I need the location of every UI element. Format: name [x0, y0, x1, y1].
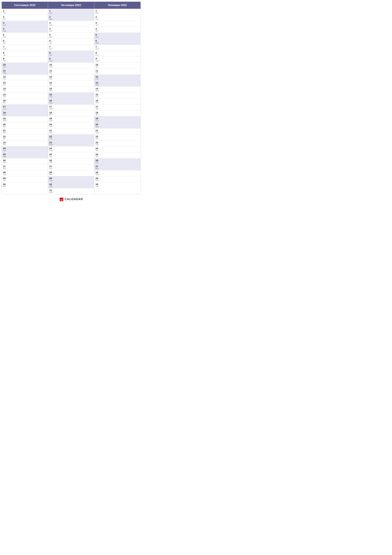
day-name: ЧЕТ [95, 24, 139, 26]
day-name: НЕД [95, 42, 139, 44]
day-name: ЧЕТ [49, 126, 93, 128]
day-name: СРЕ [95, 60, 139, 62]
day-row: 28СРЕ [2, 170, 48, 176]
day-row: 22ВТО [94, 134, 141, 140]
day-row: 29ЧЕТ [2, 176, 48, 182]
day-number: 23 [3, 141, 47, 144]
day-row: 18ВТО [48, 110, 94, 117]
day-row: 9НЕД [48, 57, 94, 63]
day-name: САБ [3, 108, 47, 110]
day-row: 30ПЕТ [2, 182, 48, 188]
day-name: ПЕТ [3, 186, 47, 188]
footer-logo: 7 CALENDAR [59, 197, 83, 202]
day-row: 2ПЕТ [2, 15, 48, 21]
day-number: 28 [3, 171, 47, 174]
day-name: НЕД [49, 18, 93, 20]
day-number: 3 [95, 22, 139, 24]
day-name: САБ [95, 36, 139, 38]
day-number: 19 [3, 117, 47, 120]
day-row: 29САБ [48, 176, 94, 182]
day-row: 28ПЕТ [48, 170, 94, 176]
day-row: 18НЕД [2, 110, 48, 117]
day-row: 11ПЕТ [94, 69, 141, 75]
day-name: ВТО [95, 138, 139, 140]
day-number: 27 [3, 165, 47, 168]
day-name: СРЕ [95, 102, 139, 104]
day-name: ПОН [3, 120, 47, 122]
day-number: 7 [49, 45, 93, 48]
svg-rect-3 [62, 197, 63, 198]
day-row: 18ПЕТ [94, 110, 141, 117]
day-row: 8САБ [48, 51, 94, 57]
day-row: 23НЕД [48, 140, 94, 146]
svg-rect-1 [60, 198, 63, 199]
day-row: 20ВТО [2, 123, 48, 128]
day-number: 19 [49, 117, 93, 120]
day-name: ПЕТ [49, 90, 93, 92]
day-row: 21СРЕ [2, 128, 48, 134]
day-row: 27ВТО [2, 164, 48, 170]
day-row: 4НЕД [2, 27, 48, 33]
day-row: 17ПОН [48, 105, 94, 110]
day-row: 30НЕД [48, 182, 94, 188]
day-number: 17 [95, 105, 139, 108]
day-number: 29 [95, 177, 139, 180]
day-row: 26СРЕ [48, 158, 94, 164]
day-number: 1 [49, 9, 93, 12]
day-row: 26САБ [94, 158, 141, 164]
day-row: 8ВТО [94, 51, 141, 57]
day-number: 16 [3, 99, 47, 102]
day-number: 13 [95, 81, 139, 84]
day-row: 21ПЕТ [48, 128, 94, 134]
day-name: САБ [3, 24, 47, 26]
day-name: НЕД [95, 84, 139, 86]
day-row: 22ЧЕТ [2, 134, 48, 140]
day-name: ВТО [95, 54, 139, 56]
day-row: 19ПОН [2, 117, 48, 123]
day-row: 13ЧЕТ [48, 81, 94, 87]
day-row: 23ПЕТ [2, 140, 48, 146]
day-row: 14СРЕ [2, 87, 48, 93]
day-name: СРЕ [3, 174, 47, 175]
day-number: 25 [3, 153, 47, 156]
day-number: 14 [3, 87, 47, 90]
day-name: ПОН [49, 150, 93, 152]
day-name: НЕД [3, 156, 47, 158]
day-row: 4ВТО [48, 27, 94, 33]
day-name: ПЕТ [95, 30, 139, 32]
footer: 7 CALENDAR [2, 194, 141, 203]
day-row: 1ВТО [94, 9, 141, 15]
day-name: САБ [95, 120, 139, 122]
day-name: ЧЕТ [95, 66, 139, 68]
day-name: САБ [3, 150, 47, 152]
day-row: 10ЧЕТ [94, 63, 141, 69]
day-number: 8 [3, 51, 47, 54]
day-name: САБ [49, 138, 93, 140]
day-number: 25 [95, 153, 139, 156]
month-header-1: Октомври 2022 [48, 2, 94, 9]
day-name: ВТО [3, 84, 47, 86]
day-row: 27НЕД [94, 164, 141, 170]
day-number: 6 [3, 39, 47, 42]
day-number: 9 [95, 57, 139, 60]
day-row: 3ПОН [48, 21, 94, 27]
day-number: 16 [95, 99, 139, 102]
day-row: 8ЧЕТ [2, 51, 48, 57]
day-row: 27ЧЕТ [48, 164, 94, 170]
day-row: 16ПЕТ [2, 99, 48, 105]
day-name: НЕД [49, 186, 93, 188]
day-row: 2НЕД [48, 15, 94, 21]
day-number: 2 [3, 15, 47, 18]
day-name: ПОН [49, 66, 93, 68]
day-row: 3САБ [2, 21, 48, 27]
day-row: 15ЧЕТ [2, 93, 48, 99]
day-name: ВТО [49, 72, 93, 74]
day-number: 29 [3, 177, 47, 180]
day-name: САБ [95, 78, 139, 80]
day-row: 13ВТО [2, 81, 48, 87]
footer-calendar-label: CALENDAR [65, 197, 83, 201]
day-number: 4 [95, 27, 139, 30]
day-number: 13 [3, 81, 47, 84]
day-number: 15 [49, 93, 93, 96]
day-row: 16СРЕ [94, 99, 141, 105]
